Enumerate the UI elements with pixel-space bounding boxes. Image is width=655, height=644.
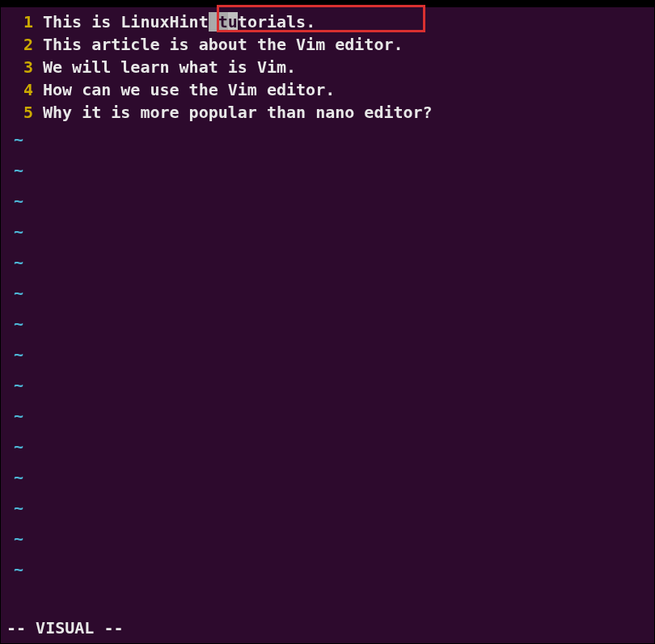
empty-line-tilde: ~ (7, 339, 648, 369)
editor-line[interactable]: 4 How can we use the Vim editor. (7, 78, 648, 101)
line-text[interactable]: Why it is more popular than nano editor? (43, 101, 433, 124)
line-number: 1 (7, 11, 33, 33)
text-editor-area[interactable]: 1 This is LinuxHint tutorials. 2 This ar… (1, 7, 654, 587)
line-text[interactable]: We will learn what is Vim. (43, 56, 296, 78)
empty-line-tilde: ~ (7, 461, 648, 492)
empty-line-tilde: ~ (7, 154, 648, 185)
editor-line[interactable]: 1 This is LinuxHint tutorials. (7, 11, 648, 33)
line-text[interactable]: This is LinuxHint tutorials. (43, 11, 315, 33)
empty-line-tilde: ~ (7, 492, 648, 523)
empty-line-tilde: ~ (7, 216, 648, 246)
line-number: 3 (7, 56, 33, 78)
empty-line-tilde: ~ (7, 523, 648, 554)
empty-line-tilde: ~ (7, 308, 648, 339)
empty-line-tilde: ~ (7, 185, 648, 216)
empty-line-tilde: ~ (7, 554, 648, 584)
text-segment[interactable]: torials. (238, 12, 315, 32)
line-text[interactable]: This article is about the Vim editor. (43, 33, 404, 56)
empty-line-tilde: ~ (7, 124, 648, 154)
line-number: 2 (7, 33, 33, 56)
empty-line-tilde: ~ (7, 431, 648, 461)
editor-line[interactable]: 2 This article is about the Vim editor. (7, 33, 648, 56)
window-top-bar (1, 1, 654, 7)
empty-line-tilde: ~ (7, 277, 648, 308)
editor-line[interactable]: 5 Why it is more popular than nano edito… (7, 101, 648, 124)
line-text[interactable]: How can we use the Vim editor. (43, 78, 335, 101)
empty-line-tilde: ~ (7, 246, 648, 277)
cursor[interactable]: u (228, 12, 238, 32)
line-number: 5 (7, 101, 33, 124)
empty-line-tilde: ~ (7, 400, 648, 431)
vim-mode-indicator: -- VISUAL -- (6, 618, 124, 638)
empty-line-tilde: ~ (7, 369, 648, 400)
visual-selection[interactable]: t (209, 12, 228, 32)
editor-line[interactable]: 3 We will learn what is Vim. (7, 56, 648, 78)
text-segment[interactable]: This is LinuxHint (43, 12, 209, 32)
line-number: 4 (7, 78, 33, 101)
